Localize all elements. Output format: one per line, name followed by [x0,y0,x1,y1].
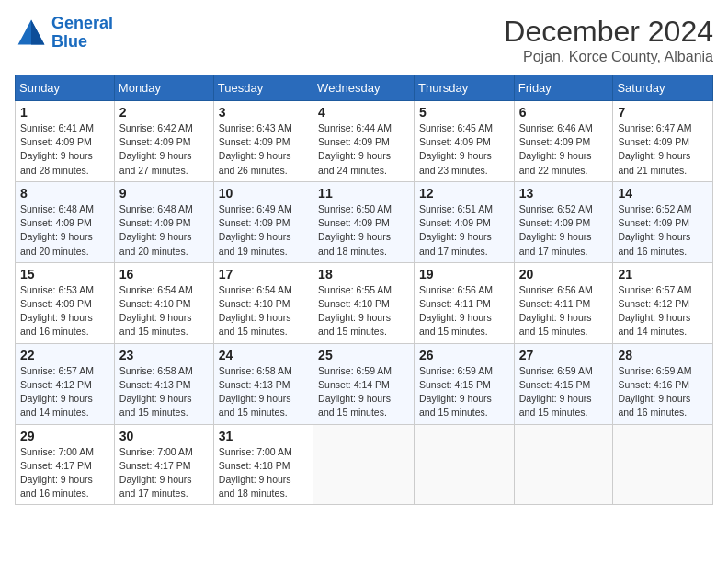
day-number: 4 [318,105,409,120]
day-info: Sunrise: 6:59 AMSunset: 4:15 PMDaylight:… [419,364,509,420]
day-info: Sunrise: 6:57 AMSunset: 4:12 PMDaylight:… [618,283,708,339]
day-number: 14 [618,186,708,201]
day-number: 31 [219,429,308,443]
day-info: Sunrise: 6:58 AMSunset: 4:13 PMDaylight:… [219,364,308,420]
calendar-cell: 6Sunrise: 6:46 AMSunset: 4:09 PMDaylight… [514,101,613,182]
calendar-cell: 15Sunrise: 6:53 AMSunset: 4:09 PMDayligh… [16,262,115,343]
day-number: 27 [519,348,609,362]
day-number: 10 [219,186,308,201]
day-info: Sunrise: 6:45 AMSunset: 4:09 PMDaylight:… [419,121,509,178]
calendar-cell: 2Sunrise: 6:42 AMSunset: 4:09 PMDaylight… [114,101,213,182]
calendar-cell: 7Sunrise: 6:47 AMSunset: 4:09 PMDaylight… [613,101,713,182]
day-number: 23 [119,348,209,362]
month-title: December 2024 [504,15,713,49]
day-info: Sunrise: 6:48 AMSunset: 4:09 PMDaylight:… [20,202,109,259]
calendar-cell: 30Sunrise: 7:00 AMSunset: 4:17 PMDayligh… [114,424,213,505]
page-header: General Blue December 2024 Pojan, Korce … [15,15,713,65]
day-info: Sunrise: 6:52 AMSunset: 4:09 PMDaylight:… [519,202,609,259]
calendar-body: 1Sunrise: 6:41 AMSunset: 4:09 PMDaylight… [16,101,713,505]
calendar-cell: 14Sunrise: 6:52 AMSunset: 4:09 PMDayligh… [613,181,713,262]
calendar-cell: 28Sunrise: 6:59 AMSunset: 4:16 PMDayligh… [613,343,713,424]
day-number: 12 [419,186,509,201]
day-number: 15 [20,267,109,282]
weekday-header-wednesday: Wednesday [313,75,415,101]
day-number: 19 [419,267,509,282]
day-number: 1 [20,105,109,120]
day-number: 25 [318,348,409,362]
day-number: 9 [119,186,209,201]
day-info: Sunrise: 6:56 AMSunset: 4:11 PMDaylight:… [519,283,609,339]
day-info: Sunrise: 6:59 AMSunset: 4:16 PMDaylight:… [618,364,708,420]
day-number: 11 [318,186,409,201]
calendar-cell: 27Sunrise: 6:59 AMSunset: 4:15 PMDayligh… [514,343,613,424]
weekday-header-tuesday: Tuesday [213,75,313,101]
day-number: 16 [119,267,209,282]
day-info: Sunrise: 7:00 AMSunset: 4:17 PMDaylight:… [119,445,209,501]
day-number: 5 [419,105,509,120]
weekday-header-saturday: Saturday [613,75,713,101]
calendar-cell: 3Sunrise: 6:43 AMSunset: 4:09 PMDaylight… [213,101,313,182]
calendar-week-5: 29Sunrise: 7:00 AMSunset: 4:17 PMDayligh… [16,424,713,505]
calendar-cell: 17Sunrise: 6:54 AMSunset: 4:10 PMDayligh… [213,262,313,343]
day-info: Sunrise: 6:56 AMSunset: 4:11 PMDaylight:… [419,283,509,339]
day-number: 18 [318,267,409,282]
day-number: 21 [618,267,708,282]
day-number: 28 [618,348,708,362]
calendar-cell: 1Sunrise: 6:41 AMSunset: 4:09 PMDaylight… [16,101,115,182]
logo-text: General Blue [51,15,113,52]
calendar-cell: 16Sunrise: 6:54 AMSunset: 4:10 PMDayligh… [114,262,213,343]
day-number: 30 [119,429,209,443]
day-info: Sunrise: 6:47 AMSunset: 4:09 PMDaylight:… [618,121,708,178]
calendar-cell: 11Sunrise: 6:50 AMSunset: 4:09 PMDayligh… [313,181,415,262]
calendar-week-2: 8Sunrise: 6:48 AMSunset: 4:09 PMDaylight… [16,181,713,262]
day-info: Sunrise: 6:59 AMSunset: 4:14 PMDaylight:… [318,364,409,420]
day-number: 3 [219,105,308,120]
calendar-cell: 8Sunrise: 6:48 AMSunset: 4:09 PMDaylight… [16,181,115,262]
logo: General Blue [15,15,113,52]
day-number: 7 [618,105,708,120]
calendar-cell: 20Sunrise: 6:56 AMSunset: 4:11 PMDayligh… [514,262,613,343]
calendar-cell: 9Sunrise: 6:48 AMSunset: 4:09 PMDaylight… [114,181,213,262]
logo-icon [15,17,48,50]
title-block: December 2024 Pojan, Korce County, Alban… [504,15,713,65]
day-number: 26 [419,348,509,362]
day-number: 13 [519,186,609,201]
calendar-cell: 23Sunrise: 6:58 AMSunset: 4:13 PMDayligh… [114,343,213,424]
day-number: 29 [20,429,109,443]
day-info: Sunrise: 6:50 AMSunset: 4:09 PMDaylight:… [318,202,409,259]
day-info: Sunrise: 6:42 AMSunset: 4:09 PMDaylight:… [119,121,209,178]
day-info: Sunrise: 6:54 AMSunset: 4:10 PMDaylight:… [119,283,209,339]
weekday-header-friday: Friday [514,75,613,101]
day-info: Sunrise: 6:43 AMSunset: 4:09 PMDaylight:… [219,121,308,178]
day-number: 22 [20,348,109,362]
calendar-cell: 21Sunrise: 6:57 AMSunset: 4:12 PMDayligh… [613,262,713,343]
day-number: 20 [519,267,609,282]
day-number: 24 [219,348,308,362]
calendar-cell [514,424,613,505]
calendar-cell: 12Sunrise: 6:51 AMSunset: 4:09 PMDayligh… [415,181,515,262]
day-info: Sunrise: 6:57 AMSunset: 4:12 PMDaylight:… [20,364,109,420]
day-info: Sunrise: 7:00 AMSunset: 4:17 PMDaylight:… [20,445,109,501]
day-info: Sunrise: 6:55 AMSunset: 4:10 PMDaylight:… [318,283,409,339]
calendar-cell: 24Sunrise: 6:58 AMSunset: 4:13 PMDayligh… [213,343,313,424]
day-info: Sunrise: 6:52 AMSunset: 4:09 PMDaylight:… [618,202,708,259]
day-number: 6 [519,105,609,120]
calendar-cell: 31Sunrise: 7:00 AMSunset: 4:18 PMDayligh… [213,424,313,505]
day-info: Sunrise: 6:53 AMSunset: 4:09 PMDaylight:… [20,283,109,339]
day-info: Sunrise: 6:58 AMSunset: 4:13 PMDaylight:… [119,364,209,420]
day-info: Sunrise: 6:46 AMSunset: 4:09 PMDaylight:… [519,121,609,178]
calendar-cell: 10Sunrise: 6:49 AMSunset: 4:09 PMDayligh… [213,181,313,262]
day-info: Sunrise: 6:59 AMSunset: 4:15 PMDaylight:… [519,364,609,420]
calendar-cell: 13Sunrise: 6:52 AMSunset: 4:09 PMDayligh… [514,181,613,262]
calendar-cell [415,424,515,505]
calendar-cell: 25Sunrise: 6:59 AMSunset: 4:14 PMDayligh… [313,343,415,424]
day-info: Sunrise: 6:54 AMSunset: 4:10 PMDaylight:… [219,283,308,339]
calendar-cell [613,424,713,505]
weekday-header-sunday: Sunday [16,75,115,101]
day-info: Sunrise: 6:44 AMSunset: 4:09 PMDaylight:… [318,121,409,178]
day-info: Sunrise: 7:00 AMSunset: 4:18 PMDaylight:… [219,445,308,501]
calendar-cell: 19Sunrise: 6:56 AMSunset: 4:11 PMDayligh… [415,262,515,343]
calendar-week-3: 15Sunrise: 6:53 AMSunset: 4:09 PMDayligh… [16,262,713,343]
calendar-cell: 18Sunrise: 6:55 AMSunset: 4:10 PMDayligh… [313,262,415,343]
day-info: Sunrise: 6:51 AMSunset: 4:09 PMDaylight:… [419,202,509,259]
